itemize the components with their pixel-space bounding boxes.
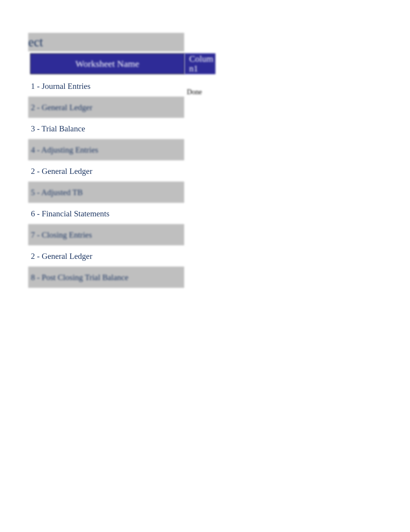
worksheet-name-cell[interactable]: 7 - Closing Entries [28, 224, 184, 245]
status-cell [184, 245, 217, 258]
table-row: 6 - Financial Statements [28, 203, 217, 224]
table-row: 4 - Adjusting Entries [28, 139, 217, 160]
status-cell [184, 203, 217, 216]
table-row: 3 - Trial Balance [28, 118, 217, 139]
worksheet-name-cell[interactable]: 8 - Post Closing Trial Balance [28, 267, 184, 288]
status-cell [184, 267, 217, 279]
table-row: 2 - General Ledger [28, 97, 217, 118]
worksheet-name-cell[interactable]: 5 - Adjusted TB [28, 182, 184, 203]
header-worksheet-name: Worksheet Name [30, 53, 185, 74]
status-cell [184, 160, 217, 173]
status-cell [184, 224, 217, 237]
page-title-fragment: ect [28, 33, 184, 51]
worksheet-name-cell[interactable]: 2 - General Ledger [28, 245, 184, 267]
worksheet-name-cell[interactable]: 2 - General Ledger [28, 160, 184, 182]
worksheet-name-cell[interactable]: 6 - Financial Statements [28, 203, 184, 224]
worksheet-name-cell[interactable]: 3 - Trial Balance [28, 118, 184, 139]
table-row: 1 - Journal Entries Done [28, 75, 217, 97]
status-cell [184, 97, 217, 109]
table-body: 1 - Journal Entries Done 2 - General Led… [28, 75, 217, 288]
worksheet-name-cell[interactable]: 1 - Journal Entries [28, 75, 184, 97]
table-row: 2 - General Ledger [28, 245, 217, 267]
status-cell: Done [184, 75, 217, 96]
table-row: 5 - Adjusted TB [28, 182, 217, 203]
worksheet-name-cell[interactable]: 2 - General Ledger [28, 97, 184, 118]
table-header-row: Worksheet Name Column1 [30, 53, 215, 74]
header-column1: Column1 [185, 53, 215, 74]
status-cell [184, 139, 217, 152]
status-cell [184, 118, 217, 131]
table-row: 8 - Post Closing Trial Balance [28, 267, 217, 288]
status-cell [184, 182, 217, 194]
table-row: 2 - General Ledger [28, 160, 217, 182]
table-row: 7 - Closing Entries [28, 224, 217, 245]
worksheet-name-cell[interactable]: 4 - Adjusting Entries [28, 139, 184, 160]
